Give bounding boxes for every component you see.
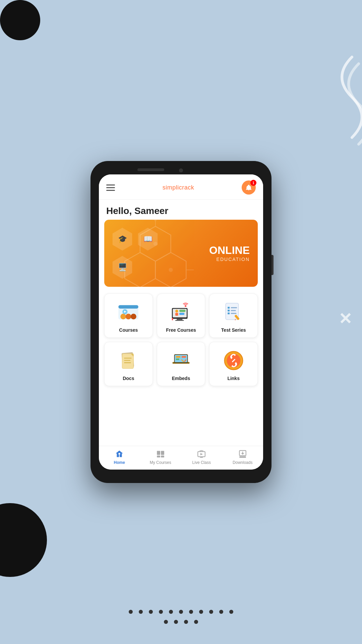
phone-screen: simplicrack 1 Hello, Sameer <box>99 174 263 470</box>
home-icon <box>115 450 124 459</box>
downloads-nav-label: Downloads <box>233 460 252 465</box>
app-logo: simplicrack <box>163 184 194 191</box>
svg-point-54 <box>119 453 120 454</box>
downloads-icon <box>238 450 247 459</box>
links-icon-wrapper <box>222 349 245 372</box>
my-courses-nav-label: My Courses <box>150 460 171 465</box>
live-class-icon <box>197 450 206 459</box>
svg-rect-31 <box>228 310 230 311</box>
menu-item-docs[interactable]: Docs <box>104 342 153 386</box>
banner-left: 🎓 📖 🖥️ <box>104 221 209 285</box>
menu-item-courses[interactable]: Courses <box>104 293 153 338</box>
embeds-icon <box>170 349 192 372</box>
svg-rect-56 <box>161 451 164 455</box>
svg-point-23 <box>185 305 186 307</box>
links-icon <box>222 349 245 372</box>
free-courses-label: Free Courses <box>166 327 196 333</box>
courses-icon <box>117 301 140 324</box>
svg-point-11 <box>126 314 131 319</box>
svg-rect-20 <box>175 313 178 316</box>
embeds-icon-wrapper <box>169 349 193 372</box>
svg-marker-62 <box>200 453 203 455</box>
svg-rect-65 <box>239 457 246 458</box>
bell-icon <box>245 184 252 191</box>
nav-downloads[interactable]: Downloads <box>222 449 263 465</box>
menu-item-test-series[interactable]: Test Series <box>209 293 258 338</box>
svg-rect-27 <box>231 307 237 308</box>
links-label: Links <box>227 376 240 381</box>
test-series-icon-wrapper <box>222 301 245 324</box>
menu-grid: Courses <box>99 293 263 391</box>
banner-hex-3: 🖥️ <box>111 256 134 279</box>
docs-icon <box>117 349 140 372</box>
menu-item-embeds[interactable]: Embeds <box>157 342 205 386</box>
menu-item-links[interactable]: Links <box>209 342 258 386</box>
svg-rect-22 <box>179 313 184 315</box>
banner-hex-2: 📖 <box>136 228 159 251</box>
banner: 🎓 📖 🖥️ ONLINE EDUCATION <box>104 220 258 287</box>
svg-rect-17 <box>177 319 182 320</box>
hamburger-line-2 <box>106 187 115 188</box>
svg-rect-18 <box>175 320 184 321</box>
banner-title: ONLINE <box>209 245 250 256</box>
embeds-label: Embeds <box>172 376 190 381</box>
greeting-section: Hello, Sameer <box>99 200 263 220</box>
svg-rect-28 <box>231 310 236 311</box>
nav-home[interactable]: Home <box>99 449 140 465</box>
docs-label: Docs <box>123 376 134 381</box>
bottom-navigation: Home My Courses <box>99 446 263 470</box>
phone-camera <box>179 168 183 172</box>
notification-badge: 1 <box>250 180 256 186</box>
hamburger-menu-button[interactable] <box>106 184 115 191</box>
svg-point-10 <box>121 314 126 319</box>
downloads-nav-icon <box>238 449 247 459</box>
home-nav-label: Home <box>114 460 125 465</box>
bg-circle-1 <box>0 503 47 577</box>
svg-rect-45 <box>176 356 181 358</box>
app-content: simplicrack 1 Hello, Sameer <box>99 174 263 446</box>
notification-button[interactable]: 1 <box>242 180 256 195</box>
svg-rect-58 <box>161 455 164 457</box>
test-series-label: Test Series <box>221 327 246 333</box>
bg-x-decoration: ✕ <box>339 309 352 328</box>
svg-rect-47 <box>176 359 179 360</box>
banner-right: ONLINE EDUCATION <box>209 245 258 262</box>
svg-rect-55 <box>157 451 160 455</box>
svg-point-12 <box>131 314 136 319</box>
banner-subtitle: EDUCATION <box>209 257 250 262</box>
svg-point-19 <box>175 310 178 313</box>
svg-rect-39 <box>124 360 131 361</box>
bg-wave-svg <box>325 50 362 151</box>
free-courses-icon-wrapper <box>169 301 193 324</box>
hamburger-line-3 <box>106 190 115 191</box>
svg-rect-30 <box>228 307 230 309</box>
courses-icon-wrapper <box>117 301 140 324</box>
svg-rect-21 <box>179 310 186 312</box>
svg-rect-9 <box>119 305 139 309</box>
my-courses-nav-icon <box>156 449 165 459</box>
svg-rect-40 <box>124 362 131 363</box>
live-class-nav-label: Live Class <box>192 460 211 465</box>
test-series-icon <box>222 301 245 324</box>
phone-frame: simplicrack 1 Hello, Sameer <box>90 161 272 483</box>
menu-item-free-courses[interactable]: Free Courses <box>157 293 205 338</box>
live-class-nav-icon <box>197 449 206 459</box>
svg-rect-24 <box>172 318 173 320</box>
nav-my-courses[interactable]: My Courses <box>140 449 181 465</box>
home-nav-icon <box>115 449 124 459</box>
phone-speaker <box>137 168 164 171</box>
svg-rect-32 <box>228 313 230 314</box>
svg-rect-38 <box>124 358 132 359</box>
bg-dots <box>124 610 238 624</box>
courses-label: Courses <box>119 327 138 333</box>
banner-hex-1: 🎓 <box>111 228 134 251</box>
svg-rect-29 <box>231 313 236 314</box>
docs-icon-wrapper <box>117 349 140 372</box>
svg-rect-57 <box>157 455 160 457</box>
hamburger-line-1 <box>106 184 115 185</box>
nav-live-class[interactable]: Live Class <box>181 449 222 465</box>
greeting-text: Hello, Sameer <box>106 206 256 216</box>
phone-side-button <box>272 255 274 275</box>
bg-circle-2 <box>0 0 40 40</box>
svg-rect-36 <box>122 354 134 369</box>
